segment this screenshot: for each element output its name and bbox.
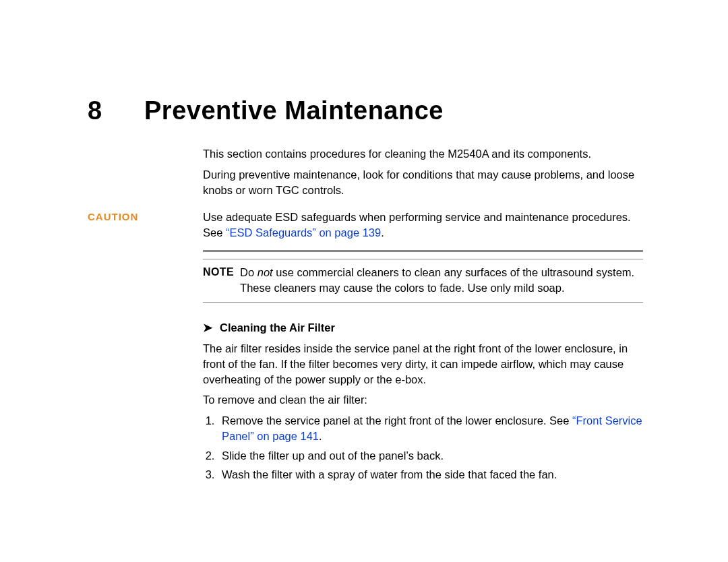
note-block: NOTE Do not use commercial cleaners to c… [203, 265, 643, 296]
intro-block: This section contains procedures for cle… [203, 146, 643, 197]
intro-paragraph-1: This section contains procedures for cle… [203, 146, 643, 162]
procedure-paragraph-2: To remove and clean the air filter: [203, 392, 643, 408]
caution-block: CAUTION Use adequate ESD safeguards when… [88, 210, 643, 241]
page: 8 Preventive Maintenance This section co… [0, 0, 728, 562]
note-pre: Do [240, 266, 257, 278]
procedure-title: Cleaning the Air Filter [220, 320, 335, 336]
note-emphasis: not [257, 266, 273, 278]
note-text: Do not use commercial cleaners to clean … [240, 265, 643, 296]
divider-strong [203, 250, 643, 252]
chapter-title: Preventive Maintenance [144, 98, 444, 123]
caution-body: Use adequate ESD safeguards when perform… [203, 210, 643, 241]
step-1: Remove the service panel at the right fr… [218, 413, 643, 444]
caution-text-after: . [381, 226, 384, 239]
intro-paragraph-2: During preventive maintenance, look for … [203, 167, 643, 198]
procedure-paragraph-1: The air filter resides inside the servic… [203, 341, 643, 387]
procedure-heading: ➤ Cleaning the Air Filter [203, 320, 643, 336]
step-1-post: . [319, 430, 322, 442]
caution-label: CAUTION [88, 210, 203, 241]
divider-thin-top [203, 259, 643, 259]
step-3: Wash the filter with a spray of water fr… [218, 467, 643, 482]
procedure-block: ➤ Cleaning the Air Filter The air filter… [203, 320, 643, 482]
arrow-right-icon: ➤ [203, 322, 212, 334]
esd-safeguards-link[interactable]: “ESD Safeguards” on page 139 [226, 226, 381, 239]
step-2: Slide the filter up and out of the panel… [218, 448, 643, 464]
chapter-heading: 8 Preventive Maintenance [88, 98, 643, 123]
caution-rule-area: NOTE Do not use commercial cleaners to c… [203, 250, 643, 303]
divider-thin-bottom [203, 302, 643, 303]
chapter-number: 8 [88, 98, 113, 123]
note-label: NOTE [203, 265, 234, 296]
note-post: use commercial cleaners to clean any sur… [240, 266, 634, 294]
procedure-steps: Remove the service panel at the right fr… [203, 413, 643, 482]
step-1-pre: Remove the service panel at the right fr… [222, 414, 572, 427]
